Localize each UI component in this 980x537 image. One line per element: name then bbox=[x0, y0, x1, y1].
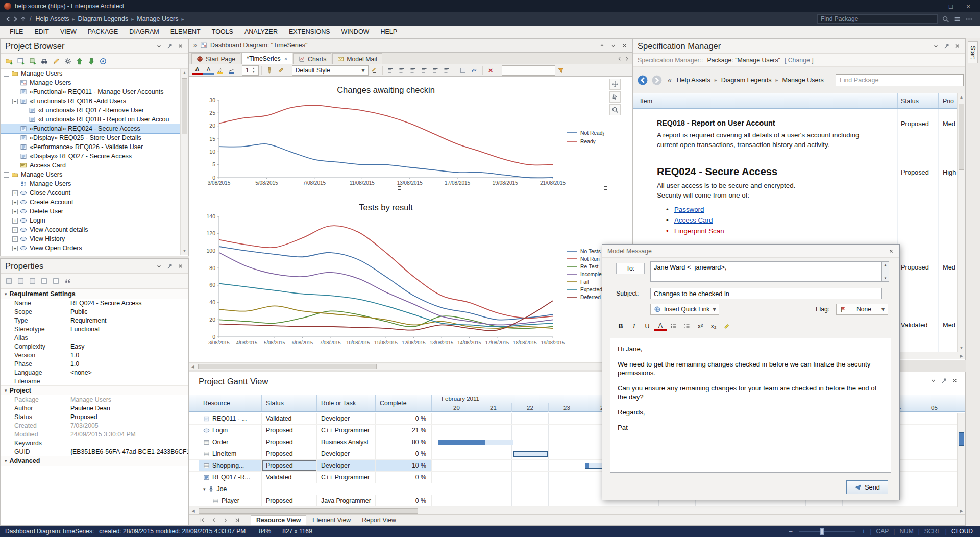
spec-breadcrumb-item[interactable]: Diagram Legends bbox=[720, 77, 773, 84]
scroll-right-icon[interactable]: ▶ bbox=[958, 352, 965, 360]
close-icon[interactable] bbox=[951, 377, 958, 384]
dropdown-icon[interactable] bbox=[930, 377, 937, 384]
property-row[interactable]: StatusProposed bbox=[1, 412, 188, 421]
property-row[interactable]: Filename bbox=[1, 377, 188, 385]
close-icon[interactable] bbox=[177, 263, 184, 270]
gantt-cell-resource[interactable]: REQ017 -R... bbox=[199, 472, 262, 483]
bullet-list-icon[interactable] bbox=[668, 321, 680, 331]
edit-icon-button[interactable] bbox=[51, 56, 61, 66]
property-row[interactable]: TypeRequirement bbox=[1, 316, 188, 325]
align-bottom-icon-button[interactable] bbox=[442, 65, 452, 76]
next-icon-button[interactable] bbox=[220, 515, 231, 525]
property-row[interactable]: ScopePublic bbox=[1, 307, 188, 316]
menu-analyzer[interactable]: ANALYZER bbox=[239, 26, 283, 38]
close-icon[interactable] bbox=[177, 43, 184, 50]
bullet-text[interactable]: Password bbox=[674, 206, 704, 213]
gantt-cell-role[interactable]: Java Programmer bbox=[317, 495, 376, 506]
options-icon-button[interactable] bbox=[62, 56, 73, 66]
close-icon[interactable] bbox=[621, 42, 628, 49]
expand-icon[interactable]: + bbox=[12, 200, 18, 205]
expand-icon[interactable]: + bbox=[12, 246, 18, 251]
gantt-cell-role[interactable]: Business Analyst bbox=[317, 436, 376, 448]
column-header-resource[interactable]: Resource bbox=[199, 395, 262, 411]
menu-tools[interactable]: TOOLS bbox=[206, 26, 239, 38]
line-color-icon-button[interactable] bbox=[226, 65, 236, 76]
gantt-bar[interactable] bbox=[513, 451, 548, 457]
menu-diagram[interactable]: DIAGRAM bbox=[124, 26, 164, 38]
align-center-icon-button[interactable] bbox=[397, 65, 407, 76]
locate-icon-button[interactable] bbox=[97, 56, 108, 66]
up-icon[interactable] bbox=[19, 15, 27, 23]
dialog-close-icon[interactable] bbox=[888, 248, 894, 254]
scroll-down-icon[interactable]: ▼ bbox=[958, 344, 965, 352]
dropdown-icon[interactable] bbox=[933, 43, 939, 50]
gantt-cell-status[interactable]: Proposed bbox=[262, 436, 317, 448]
tree-item[interactable]: «Functional» REQ024 - Secure Access bbox=[1, 124, 180, 133]
gantt-cell-status[interactable]: Validated bbox=[262, 472, 317, 483]
maximize-button[interactable]: □ bbox=[942, 0, 960, 12]
gantt-cell-role[interactable]: Developer bbox=[317, 460, 376, 471]
expand-icon[interactable]: + bbox=[12, 218, 18, 224]
align-right-icon-button[interactable] bbox=[408, 65, 419, 76]
gantt-cell-resource[interactable]: Player bbox=[199, 495, 262, 506]
canvas-horizontal-scrollbar[interactable]: ◀▶ bbox=[189, 362, 632, 370]
menu-edit[interactable]: EDIT bbox=[29, 26, 54, 38]
dropdown-icon[interactable] bbox=[156, 43, 162, 50]
spec-item-priority[interactable]: Med bbox=[943, 120, 955, 128]
tree-item[interactable]: +Login bbox=[1, 216, 180, 225]
gantt-cell-status[interactable]: Validated bbox=[262, 413, 317, 424]
menu-view[interactable]: VIEW bbox=[55, 26, 82, 38]
gantt-cell-role[interactable]: Developer bbox=[317, 448, 376, 459]
quotes-icon-button[interactable] bbox=[62, 276, 73, 286]
scroll-down-icon[interactable]: ▼ bbox=[181, 247, 188, 255]
underline-icon[interactable]: U bbox=[641, 321, 653, 331]
zoom-in-icon[interactable]: + bbox=[862, 528, 865, 535]
tree-item[interactable]: Manage Users bbox=[1, 179, 180, 188]
tree-item[interactable]: Access Card bbox=[1, 161, 180, 170]
tree-item[interactable]: «Performance» REQ026 - Validate User bbox=[1, 142, 180, 152]
delete-icon-button[interactable]: × bbox=[485, 65, 496, 76]
select-icon-button[interactable] bbox=[609, 91, 621, 103]
expand-all-icon-button[interactable] bbox=[39, 276, 50, 286]
gantt-cell-complete[interactable]: 80 % bbox=[376, 436, 432, 448]
gantt-cell-complete[interactable]: 0 % bbox=[376, 495, 432, 506]
collapse-icon[interactable]: − bbox=[4, 71, 9, 77]
last-icon-button[interactable] bbox=[232, 515, 242, 525]
gantt-cell-complete[interactable]: 0 % bbox=[376, 472, 432, 483]
property-row[interactable]: Keywords bbox=[1, 438, 188, 447]
message-body[interactable]: Hi Jane,We need to get the remaining cha… bbox=[610, 338, 891, 473]
gantt-cell-resource[interactable]: Order bbox=[199, 436, 262, 448]
breadcrumb-item[interactable]: Manage Users bbox=[135, 15, 180, 22]
send-button[interactable]: Send bbox=[846, 480, 888, 494]
tree-item[interactable]: −Manage Users bbox=[1, 69, 180, 78]
property-row[interactable]: Phase1.0 bbox=[1, 359, 188, 368]
gantt-cell-role[interactable]: C++ Programmer bbox=[317, 425, 376, 436]
stacked-icon-button[interactable] bbox=[27, 276, 38, 286]
appearance-icon-button[interactable] bbox=[458, 65, 469, 76]
filter-icon-button[interactable] bbox=[556, 65, 567, 76]
gantt-cell-status[interactable]: Proposed bbox=[262, 425, 317, 436]
style-dropdown[interactable]: Default Style▾ bbox=[292, 65, 369, 76]
categorized-icon-button[interactable] bbox=[4, 276, 14, 286]
diagram-canvas[interactable]: Changes awaiting checkin0510152025303/08… bbox=[189, 77, 632, 362]
gantt-cell-resource[interactable]: LineItem bbox=[199, 448, 262, 459]
zoom-icon-button[interactable] bbox=[609, 104, 621, 115]
forward-icon[interactable] bbox=[12, 15, 19, 23]
find-package-input[interactable] bbox=[817, 14, 938, 24]
gantt-cell-status[interactable]: Proposed bbox=[262, 460, 317, 471]
insert-quick-link-button[interactable]: Insert Quick Link ▾ bbox=[650, 304, 719, 315]
scroll-up-icon[interactable]: ▲ bbox=[884, 263, 887, 266]
spec-column-prio[interactable]: Prio bbox=[943, 93, 954, 108]
spinner-up-icon[interactable]: ▲ bbox=[252, 67, 255, 70]
move-up-icon-button[interactable] bbox=[74, 56, 85, 66]
breadcrumb-item[interactable]: Diagram Legends bbox=[77, 15, 130, 22]
spec-item-status[interactable]: Proposed bbox=[901, 120, 929, 128]
scroll-thumb[interactable] bbox=[199, 508, 418, 514]
menu-help[interactable]: HELP bbox=[375, 26, 403, 38]
gantt-cell-resource[interactable]: ▾Joe bbox=[199, 483, 262, 495]
expand-icon[interactable]: + bbox=[12, 190, 18, 196]
menu-file[interactable]: FILE bbox=[4, 26, 29, 38]
superscript-icon[interactable]: x² bbox=[694, 321, 706, 331]
back-icon[interactable] bbox=[4, 15, 12, 23]
spec-change-link[interactable]: [ Change ] bbox=[785, 57, 814, 64]
